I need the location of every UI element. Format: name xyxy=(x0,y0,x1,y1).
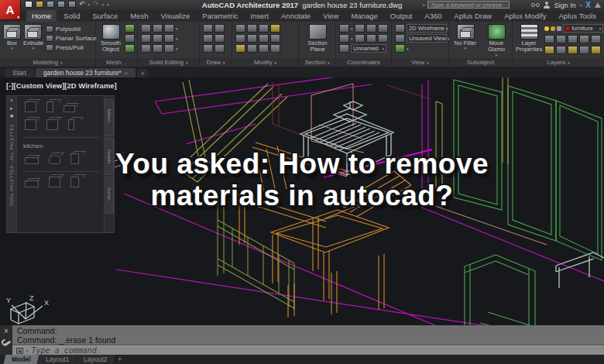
interfere-icon[interactable] xyxy=(141,44,151,53)
viewport-controls[interactable]: [-][Custom View][2D Wireframe] xyxy=(6,81,117,90)
move-gizmo-button[interactable]: Move Gizmo▾ xyxy=(483,24,510,57)
hatch-icon[interactable] xyxy=(214,44,225,53)
layout2-tab[interactable]: Layout2 xyxy=(75,355,115,364)
extract-edges-icon[interactable] xyxy=(153,44,163,53)
rotate-icon[interactable] xyxy=(247,24,257,33)
command-input[interactable]: ■ ▾ Type a command xyxy=(12,345,604,355)
tab-a360[interactable]: A360 xyxy=(419,10,447,22)
palette-block-icon[interactable] xyxy=(68,119,74,130)
application-menu-button[interactable]: A▾ xyxy=(0,0,21,20)
palette-tab-materials[interactable]: Materi... xyxy=(105,99,114,136)
layer-current-icon[interactable] xyxy=(579,46,589,54)
fillet-icon[interactable] xyxy=(247,34,257,43)
tab-mesh[interactable]: Mesh xyxy=(125,10,153,22)
arc-icon[interactable] xyxy=(214,24,225,33)
layer-walk-icon[interactable] xyxy=(591,46,601,54)
ucs-named-icon[interactable] xyxy=(339,44,349,53)
copy-icon[interactable] xyxy=(270,24,280,33)
tab-home[interactable]: Home xyxy=(26,10,57,22)
trim-icon[interactable] xyxy=(259,24,269,33)
palette-block-icon[interactable] xyxy=(46,101,53,112)
explode-icon[interactable] xyxy=(247,44,257,53)
layer-freeze-icon[interactable] xyxy=(556,35,566,43)
layer-match-icon[interactable] xyxy=(579,35,589,43)
panel-label-coordinates[interactable]: Coordinates xyxy=(336,58,391,67)
layer-dropdown[interactable]: furniture▾ xyxy=(563,24,603,33)
panel-label-modeling[interactable]: Modeling▾ xyxy=(0,58,95,67)
command-close-icon[interactable]: × xyxy=(4,328,9,335)
tab-annotate[interactable]: Annotate xyxy=(276,10,316,22)
polyline-icon[interactable] xyxy=(214,34,225,43)
subtract-icon[interactable] xyxy=(153,24,163,33)
apps-icon[interactable] xyxy=(595,2,601,8)
tab-solid[interactable]: Solid xyxy=(58,10,85,22)
move-icon[interactable] xyxy=(235,24,245,33)
ucs-z-icon[interactable] xyxy=(378,24,388,33)
palette-autohide-icon[interactable]: ▸ xyxy=(10,105,13,111)
tab-aplus-modify[interactable]: Aplus Modify xyxy=(499,10,551,22)
close-file-icon[interactable]: × xyxy=(125,70,129,77)
tab-view[interactable]: View xyxy=(317,10,344,22)
box-button[interactable]: Box▾ xyxy=(3,24,21,51)
no-filter-button[interactable]: No Filter▾ xyxy=(452,24,479,51)
sign-in-caret-icon[interactable]: ▾ xyxy=(580,3,582,8)
search-collapse-icon[interactable]: ▸ xyxy=(423,2,425,7)
ucs-icon[interactable]: Y Z X xyxy=(6,294,49,319)
layer-lock-icon[interactable] xyxy=(557,26,561,31)
palette-block-icon[interactable] xyxy=(25,119,36,130)
panel-label-solid-editing[interactable]: Solid Editing▾ xyxy=(138,58,199,67)
press-pull-button[interactable]: Press/Pull xyxy=(46,44,97,51)
tab-output[interactable]: Output xyxy=(385,10,418,22)
panel-label-layers[interactable]: Layers▾ xyxy=(513,58,604,67)
slice-icon[interactable] xyxy=(164,24,174,33)
layout1-tab[interactable]: Layout1 xyxy=(37,355,77,364)
new-drawing-button[interactable]: + xyxy=(137,69,148,77)
viewport-config-icon[interactable] xyxy=(395,44,405,53)
palette-close-icon[interactable]: × xyxy=(10,98,13,103)
mesh-tool-icon[interactable] xyxy=(125,34,135,43)
layer-thaw-all-icon[interactable] xyxy=(556,46,566,54)
line-icon[interactable] xyxy=(203,24,213,33)
tab-aplus-draw[interactable]: Aplus Draw xyxy=(449,10,498,22)
layer-on-all-icon[interactable] xyxy=(568,46,578,54)
layer-off-icon[interactable] xyxy=(568,35,578,43)
circle-icon[interactable] xyxy=(203,34,213,43)
layer-isolate-icon[interactable] xyxy=(544,35,554,43)
ucs-3point-icon[interactable] xyxy=(378,34,388,43)
exchange-apps-icon[interactable]: X xyxy=(585,1,591,9)
union-icon[interactable] xyxy=(141,24,151,33)
tab-surface[interactable]: Surface xyxy=(87,10,123,22)
ucs-icon-button[interactable] xyxy=(339,24,349,33)
scale-icon[interactable] xyxy=(270,34,280,43)
layer-prev-icon[interactable] xyxy=(591,35,601,43)
extrude-button[interactable]: Extrude▾ xyxy=(23,24,43,51)
fillet-edge-icon[interactable] xyxy=(153,34,163,43)
intersect-icon[interactable] xyxy=(141,34,151,43)
ucs-world-icon[interactable] xyxy=(355,24,365,33)
mesh-tool-icon[interactable] xyxy=(125,44,135,53)
panel-label-view[interactable]: View▾ xyxy=(392,58,448,67)
panel-label-section[interactable]: Section▾ xyxy=(299,58,335,67)
tab-visualize[interactable]: Visualize xyxy=(155,10,195,22)
offset-icon[interactable] xyxy=(259,44,269,53)
ucs-object-icon[interactable] xyxy=(355,34,365,43)
ucs-origin-icon[interactable] xyxy=(366,24,376,33)
panel-label-draw[interactable]: Draw▾ xyxy=(200,58,232,67)
ucs-face-icon[interactable] xyxy=(366,34,376,43)
panel-label-modify[interactable]: Modify▾ xyxy=(232,58,298,67)
shell-icon[interactable] xyxy=(164,44,174,53)
new-layout-button[interactable]: + xyxy=(118,355,122,363)
palette-block-icon[interactable] xyxy=(63,105,75,112)
layer-unisolate-icon[interactable] xyxy=(544,46,554,54)
mesh-tool-icon[interactable] xyxy=(125,24,135,33)
tab-manage[interactable]: Manage xyxy=(345,10,383,22)
command-recent-icon[interactable]: ■ xyxy=(16,348,23,354)
stretch-icon[interactable] xyxy=(259,34,269,43)
named-view-dropdown[interactable]: Unsaved View▾ xyxy=(407,34,447,43)
layer-on-icon[interactable] xyxy=(544,26,549,31)
search-input[interactable]: Type a keyword or phrase xyxy=(427,1,510,9)
panel-label-mesh[interactable]: Mesh⌄ xyxy=(96,58,137,67)
layer-thaw-icon[interactable] xyxy=(551,26,555,31)
ucs-view-icon[interactable] xyxy=(339,34,349,43)
smooth-object-button[interactable]: Smooth Object xyxy=(99,24,122,53)
